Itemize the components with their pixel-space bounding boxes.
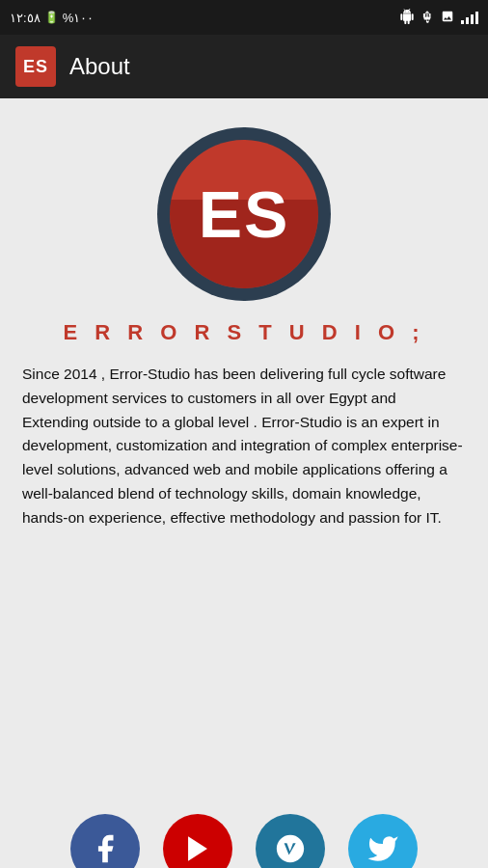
logo-container: ES xyxy=(157,127,331,301)
brand-name: E R R O R S T U D I O ; xyxy=(63,320,424,345)
logo-inner-circle: ES xyxy=(170,140,318,288)
social-row xyxy=(0,800,488,868)
wordpress-icon xyxy=(274,832,307,865)
status-right xyxy=(399,9,478,27)
facebook-icon xyxy=(89,832,122,865)
wordpress-button[interactable] xyxy=(256,814,325,868)
app-title: About xyxy=(69,53,130,80)
twitter-icon xyxy=(366,832,399,865)
youtube-icon xyxy=(181,832,214,865)
svg-marker-0 xyxy=(188,836,207,861)
facebook-button[interactable] xyxy=(70,814,140,868)
app-logo: ES xyxy=(15,46,56,87)
status-bar: ١٢:٥٨ 🔋 %١٠٠ xyxy=(0,0,488,35)
image-icon xyxy=(440,10,455,26)
logo-text: ES xyxy=(199,176,290,252)
status-left: ١٢:٥٨ 🔋 %١٠٠ xyxy=(10,11,94,25)
app-bar: ES About xyxy=(0,35,488,98)
android-icon xyxy=(399,9,415,27)
main-content: ES E R R O R S T U D I O ; Since 2014 , … xyxy=(0,98,488,800)
signal-bars xyxy=(461,11,478,24)
description: Since 2014 , Error-Studio has been deliv… xyxy=(22,363,466,530)
logo-outer-circle: ES xyxy=(157,127,331,301)
usb-icon xyxy=(420,9,434,27)
status-time: ١٢:٥٨ xyxy=(10,11,41,25)
youtube-button[interactable] xyxy=(163,814,232,868)
twitter-button[interactable] xyxy=(348,814,418,868)
battery-icon: 🔋 xyxy=(44,11,59,24)
battery-percent: %١٠٠ xyxy=(63,11,95,25)
